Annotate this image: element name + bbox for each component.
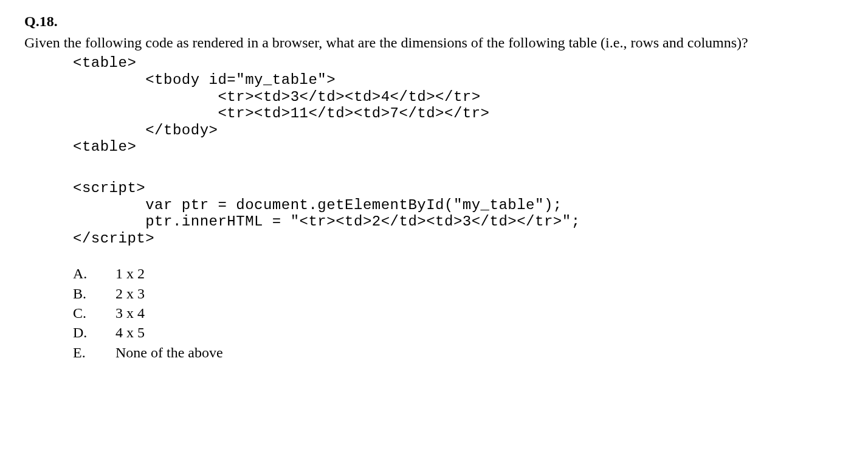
question-header: Q.18. <box>24 12 844 31</box>
option-text: 4 x 5 <box>115 323 145 342</box>
option-letter: C. <box>73 303 91 323</box>
option-letter: D. <box>73 323 91 342</box>
option-a[interactable]: A. 1 x 2 <box>73 264 844 283</box>
code-block-2: <script> var ptr = document.getElementBy… <box>73 180 844 247</box>
option-c[interactable]: C. 3 x 4 <box>73 303 844 323</box>
option-text: 1 x 2 <box>115 264 145 283</box>
code-block-1: <table> <tbody id="my_table"> <tr><td>3<… <box>73 55 844 156</box>
option-letter: B. <box>73 284 91 303</box>
option-e[interactable]: E. None of the above <box>73 343 844 362</box>
question-prompt: Given the following code as rendered in … <box>24 33 844 52</box>
option-text: None of the above <box>115 343 223 362</box>
option-b[interactable]: B. 2 x 3 <box>73 284 844 303</box>
option-letter: E. <box>73 343 91 362</box>
spacer <box>24 156 844 180</box>
option-letter: A. <box>73 264 91 283</box>
option-text: 2 x 3 <box>115 284 145 303</box>
question-number: Q.18. <box>24 13 58 29</box>
option-d[interactable]: D. 4 x 5 <box>73 323 844 342</box>
option-text: 3 x 4 <box>115 303 145 323</box>
answer-options: A. 1 x 2 B. 2 x 3 C. 3 x 4 D. 4 x 5 E. N… <box>73 264 844 362</box>
